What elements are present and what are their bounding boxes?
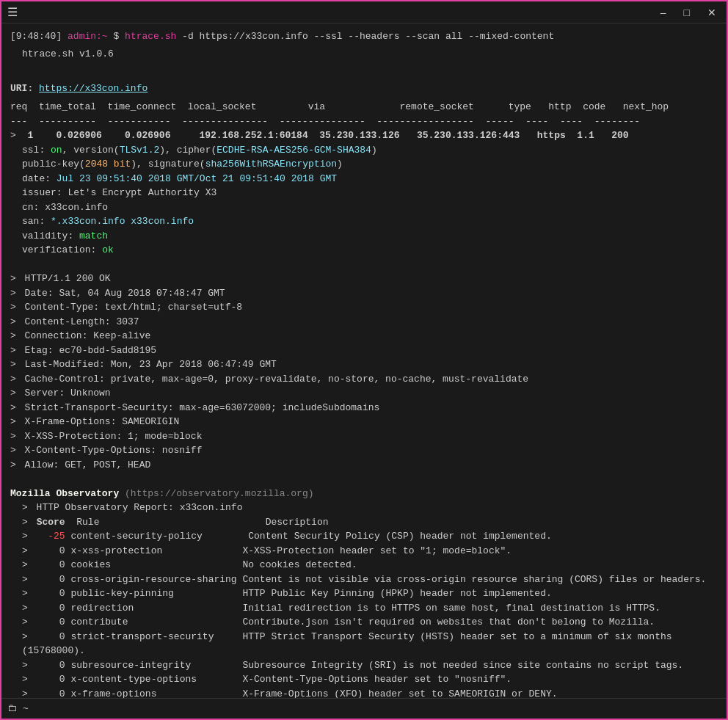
folder-icon: 🗀 (7, 703, 17, 714)
mozilla-section-content: > HTTP Observatory Report: x33con.info >… (10, 501, 718, 698)
titlebar: ☰ – □ ✕ (1, 1, 727, 23)
prompt-line: [9:48:40] admin:~ $ htrace.sh -d https:/… (10, 29, 718, 44)
terminal-content: [9:48:40] admin:~ $ htrace.sh -d https:/… (1, 23, 727, 698)
bottom-bar: 🗀 ~ (1, 698, 727, 719)
close-button[interactable]: ✕ (703, 5, 721, 20)
terminal-window: ☰ – □ ✕ [9:48:40] admin:~ $ htrace.sh -d… (0, 0, 728, 720)
dollar-sign: $ (113, 31, 119, 42)
http-headers: > HTTP/1.1 200 OK > Date: Sat, 04 Aug 20… (10, 272, 718, 472)
hamburger-icon[interactable]: ☰ (7, 5, 18, 20)
uri-line: URI: https://x33con.info (10, 81, 718, 96)
table-data-row: > 1 0.026906 0.026906 192.168.252.1:6018… (10, 128, 718, 143)
version-line: htrace.sh v1.0.6 (10, 47, 718, 62)
maximize-button[interactable]: □ (680, 5, 694, 20)
minimize-button[interactable]: – (656, 5, 671, 20)
time: [9:48:40] (10, 31, 62, 42)
titlebar-left: ☰ (7, 5, 18, 20)
username: admin:~ (68, 31, 108, 42)
table-header: req time_total time_connect local_socket… (10, 100, 718, 114)
table-separator: --- ---------- ----------- -------------… (10, 114, 718, 129)
cmd-args: -d https://x33con.info --ssl --headers -… (182, 31, 554, 42)
titlebar-right: – □ ✕ (656, 5, 721, 20)
shell-prompt: ~ (23, 703, 29, 714)
ssl-info: ssl: on, version(TLSv1.2), cipher(ECDHE-… (10, 143, 718, 258)
mozilla-section-title: Mozilla Observatory (https://observatory… (10, 487, 718, 501)
command: htrace.sh (125, 31, 176, 42)
uri-link[interactable]: https://x33con.info (39, 83, 148, 94)
uri-label: URI: (10, 83, 33, 94)
